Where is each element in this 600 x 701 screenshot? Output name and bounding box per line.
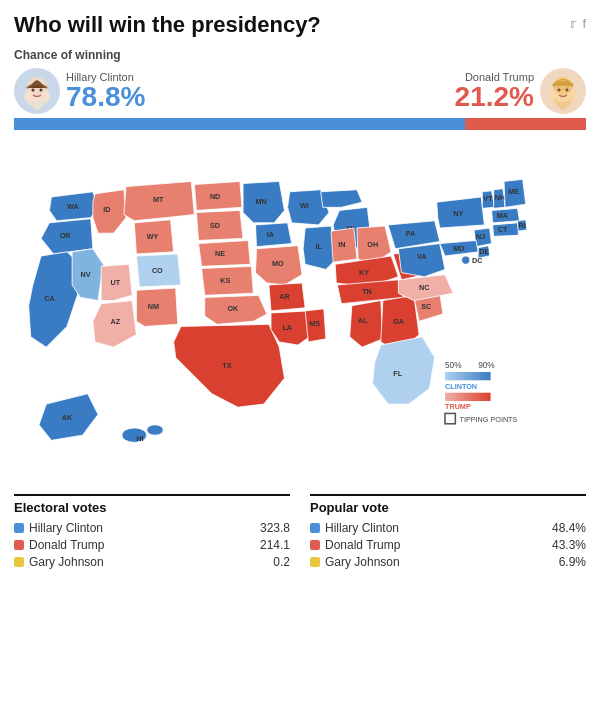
pv-trump-value: 43.3% bbox=[552, 538, 586, 552]
clinton-pct: 78.8% bbox=[66, 81, 145, 112]
svg-rect-67 bbox=[445, 372, 491, 380]
bottom-section: Electoral votes Hillary Clinton 323.8 Do… bbox=[0, 488, 600, 580]
state-wy bbox=[134, 220, 173, 254]
state-ma bbox=[492, 209, 520, 223]
svg-text:TIPPING POINTS: TIPPING POINTS bbox=[459, 415, 517, 424]
state-ks bbox=[202, 267, 254, 296]
ev-johnson-name: Gary Johnson bbox=[29, 555, 104, 569]
trump-info: Donald Trump 21.2% bbox=[455, 71, 534, 111]
chance-section: Chance of winning Hillary Clinton 78.8% bbox=[0, 42, 600, 114]
svg-text:TRUMP: TRUMP bbox=[445, 403, 471, 412]
state-ms bbox=[305, 309, 326, 342]
state-mi-up bbox=[321, 190, 362, 208]
state-al bbox=[350, 301, 383, 348]
popular-vote-section: Popular vote Hillary Clinton 48.4% Donal… bbox=[310, 494, 586, 572]
state-id bbox=[93, 190, 126, 233]
state-ny bbox=[437, 197, 485, 228]
page-header: Who will win the presidency? 𝕣 f bbox=[0, 0, 600, 42]
svg-point-5 bbox=[40, 89, 43, 92]
ev-row-trump: Donald Trump 214.1 bbox=[14, 538, 290, 552]
state-hi bbox=[122, 428, 147, 442]
electoral-votes-section: Electoral votes Hillary Clinton 323.8 Do… bbox=[14, 494, 290, 572]
social-icons[interactable]: 𝕣 f bbox=[570, 16, 586, 31]
map-legend: 50% 90% CLINTON TRUMP TIPPING POINTS bbox=[445, 361, 518, 424]
chance-label: Chance of winning bbox=[14, 48, 586, 62]
state-or bbox=[41, 219, 93, 254]
state-md bbox=[440, 241, 478, 257]
pv-clinton-name: Hillary Clinton bbox=[325, 521, 399, 535]
pv-johnson-dot bbox=[310, 557, 320, 567]
svg-rect-69 bbox=[445, 393, 491, 401]
twitter-icon[interactable]: 𝕣 bbox=[570, 16, 576, 31]
page-title: Who will win the presidency? bbox=[14, 12, 321, 38]
trump-pct: 21.2% bbox=[455, 81, 534, 112]
candidates-row: Hillary Clinton 78.8% Donald Trump 21.2% bbox=[14, 68, 586, 114]
trump-avatar bbox=[540, 68, 586, 114]
pv-johnson-name: Gary Johnson bbox=[325, 555, 400, 569]
pv-clinton-dot bbox=[310, 523, 320, 533]
pv-trump-dot bbox=[310, 540, 320, 550]
state-ct bbox=[493, 223, 519, 236]
map-container: WA OR CA NV ID MT WY UT CO AZ NM ND bbox=[0, 130, 600, 488]
clinton-candidate: Hillary Clinton 78.8% bbox=[14, 68, 145, 114]
state-ia bbox=[255, 223, 291, 247]
state-hi2 bbox=[147, 425, 164, 435]
state-me bbox=[504, 180, 526, 208]
state-vt bbox=[482, 191, 494, 209]
trump-dot bbox=[14, 540, 24, 550]
us-map: WA OR CA NV ID MT WY UT CO AZ NM ND bbox=[10, 140, 590, 482]
state-ak bbox=[39, 394, 98, 441]
state-ne bbox=[199, 241, 251, 267]
svg-text:90%: 90% bbox=[478, 361, 495, 370]
svg-point-4 bbox=[32, 89, 35, 92]
state-va bbox=[398, 244, 445, 277]
state-de bbox=[478, 246, 489, 258]
state-wa bbox=[49, 192, 98, 221]
ev-johnson-value: 0.2 bbox=[273, 555, 290, 569]
pv-clinton-value: 48.4% bbox=[552, 521, 586, 535]
clinton-dot bbox=[14, 523, 24, 533]
pv-trump-name: Donald Trump bbox=[325, 538, 400, 552]
pv-johnson-value: 6.9% bbox=[559, 555, 586, 569]
ev-title: Electoral votes bbox=[14, 494, 290, 515]
state-nm bbox=[136, 288, 177, 326]
pv-row-johnson: Gary Johnson 6.9% bbox=[310, 555, 586, 569]
progress-bar bbox=[14, 118, 586, 130]
state-in bbox=[331, 228, 357, 262]
johnson-dot bbox=[14, 557, 24, 567]
state-nd bbox=[194, 182, 242, 211]
state-fl bbox=[372, 337, 434, 404]
ev-clinton-value: 323.8 bbox=[260, 521, 290, 535]
ev-trump-value: 214.1 bbox=[260, 538, 290, 552]
facebook-icon[interactable]: f bbox=[582, 16, 586, 31]
svg-text:CLINTON: CLINTON bbox=[445, 382, 477, 391]
state-sd bbox=[196, 211, 243, 241]
pv-title: Popular vote bbox=[310, 494, 586, 515]
pv-row-clinton: Hillary Clinton 48.4% bbox=[310, 521, 586, 535]
state-mt bbox=[124, 182, 194, 221]
state-ri bbox=[517, 220, 526, 231]
clinton-bar bbox=[14, 118, 465, 130]
state-ut bbox=[101, 265, 132, 301]
ev-row-clinton: Hillary Clinton 323.8 bbox=[14, 521, 290, 535]
ev-clinton-name: Hillary Clinton bbox=[29, 521, 103, 535]
pv-row-trump: Donald Trump 43.3% bbox=[310, 538, 586, 552]
clinton-info: Hillary Clinton 78.8% bbox=[66, 71, 145, 111]
ev-row-johnson: Gary Johnson 0.2 bbox=[14, 555, 290, 569]
svg-rect-71 bbox=[445, 414, 455, 424]
state-mn bbox=[243, 182, 284, 223]
state-mo bbox=[255, 246, 302, 285]
ev-trump-name: Donald Trump bbox=[29, 538, 104, 552]
state-az bbox=[93, 301, 136, 348]
state-ok bbox=[205, 296, 267, 325]
svg-text:50%: 50% bbox=[445, 361, 462, 370]
state-tx bbox=[174, 325, 285, 408]
clinton-avatar bbox=[14, 68, 60, 114]
trump-candidate: Donald Trump 21.2% bbox=[455, 68, 586, 114]
state-co bbox=[136, 254, 181, 287]
state-ar bbox=[269, 283, 305, 311]
state-nh bbox=[494, 189, 505, 209]
state-dc bbox=[462, 256, 470, 264]
